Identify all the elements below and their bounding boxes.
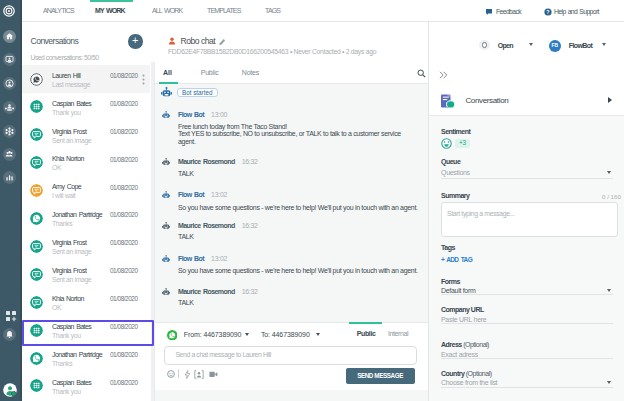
svg-text:?: ? [546, 9, 549, 15]
